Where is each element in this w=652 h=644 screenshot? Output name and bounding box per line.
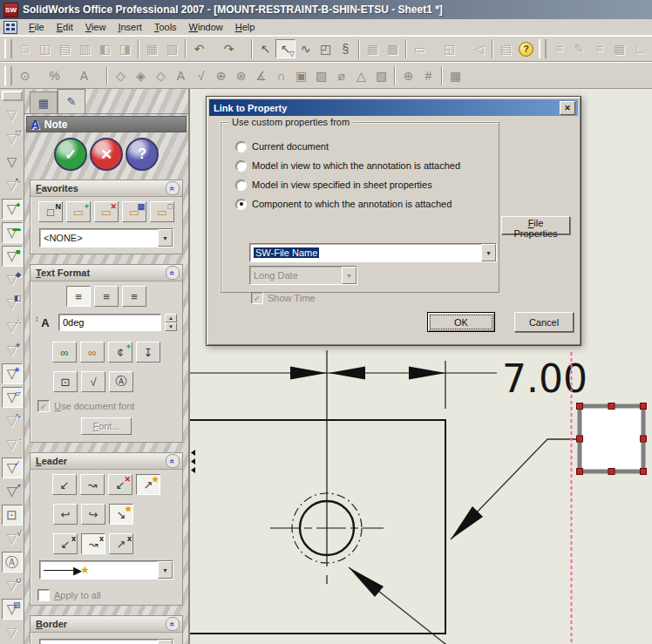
redo-icon[interactable]: ↷ — [219, 39, 239, 58]
cancel-button[interactable]: ✕ — [90, 138, 123, 171]
file-properties-button[interactable]: File Properties — [501, 216, 570, 234]
filter-balloons-icon[interactable]: ⊡ — [2, 505, 23, 525]
center-mark-icon[interactable]: ⊕ — [398, 66, 418, 85]
menu-item[interactable]: Window — [183, 20, 229, 34]
filter-planes-icon[interactable]: ▽▱ — [2, 387, 23, 408]
leader-nearest-icon[interactable]: ↘★ — [109, 504, 133, 525]
toolbar-button[interactable] — [4, 66, 12, 85]
datum-feature-icon[interactable]: ◇ — [151, 66, 171, 85]
radio-option[interactable]: Component to which the annotation is att… — [235, 194, 493, 214]
sketch-entity-icon[interactable]: ∿ — [295, 39, 316, 58]
help-button[interactable]: ? — [126, 138, 159, 171]
align-right-icon[interactable]: ≡ — [122, 286, 146, 307]
toolbar-button[interactable] — [239, 39, 248, 58]
align-left-icon[interactable]: ≡ — [66, 286, 91, 307]
angle-stepper[interactable]: ▲▼ — [165, 314, 177, 331]
filter-hatch-icon[interactable]: ▽▨ — [2, 599, 23, 620]
area-hatch-icon[interactable]: ▧ — [371, 66, 391, 85]
toolbar-button[interactable] — [138, 39, 139, 58]
toolbar-button[interactable] — [430, 39, 439, 58]
align-center-icon[interactable]: ≡ — [94, 286, 119, 307]
tab-feature-manager[interactable]: ▦ — [30, 92, 58, 113]
note-icon[interactable]: A — [171, 66, 191, 85]
cancel-button[interactable]: Cancel — [514, 312, 574, 332]
bent-leader-icon[interactable]: ↝x — [81, 533, 105, 554]
filter-vertices-icon[interactable]: ▽● — [2, 199, 23, 220]
menu-item[interactable]: Help — [229, 20, 261, 34]
dialog-titlebar[interactable]: Link to Property ✕ — [209, 99, 578, 116]
filter-notes-icon[interactable]: Ⓐ — [2, 552, 23, 573]
toolbar-button[interactable] — [459, 39, 469, 58]
straight-leader-icon[interactable]: ↙x — [53, 533, 78, 554]
collapse-chevron-icon[interactable]: « — [166, 617, 180, 631]
spell-checker-icon[interactable]: √ — [191, 66, 211, 85]
chevron-down-icon[interactable]: ▼ — [158, 229, 173, 247]
select-icon[interactable]: ↖ — [255, 39, 275, 58]
filter-edges-icon[interactable]: ▽▬ — [2, 222, 23, 243]
apply-to-all-checkbox[interactable] — [37, 589, 50, 601]
menu-item[interactable]: File — [23, 20, 51, 34]
balloon-icon[interactable]: ⊙ — [15, 66, 35, 85]
balloon-style-icon[interactable]: ⊡ — [53, 371, 78, 392]
menu-item[interactable]: Tools — [148, 20, 183, 34]
text-box-icon[interactable]: Ⓐ — [109, 371, 133, 392]
save-favorite-icon[interactable]: ▭▤ — [122, 201, 146, 222]
add-favorite-icon[interactable]: ▭+ — [66, 201, 91, 222]
close-icon[interactable]: ✕ — [560, 101, 575, 115]
underlined-leader-icon[interactable]: ↗x — [109, 533, 133, 554]
edit-sheet-format-icon[interactable]: ◰ — [316, 39, 336, 58]
balloon-item-icon[interactable]: ⊕ — [211, 66, 231, 85]
delete-favorite-icon[interactable]: ▭✕ — [94, 201, 119, 222]
caution-symbol-icon[interactable]: △ — [351, 66, 371, 85]
link-to-property-icon[interactable]: ∞ — [80, 342, 105, 363]
undo-icon[interactable]: ↶ — [189, 39, 209, 58]
toolbar-button[interactable] — [405, 39, 407, 58]
toolbar-button[interactable] — [492, 39, 493, 58]
angle-input[interactable] — [58, 314, 161, 331]
block-icon[interactable]: ▨ — [311, 66, 331, 85]
ok-button[interactable]: OK — [427, 312, 495, 332]
toolbar-button[interactable] — [35, 66, 44, 85]
tab-property-manager[interactable]: ✎ — [58, 89, 85, 113]
insert-hyperlink-icon[interactable]: ∞ — [52, 342, 77, 363]
collapse-chevron-icon[interactable]: « — [166, 266, 180, 280]
toolbar-button[interactable] — [465, 66, 475, 85]
toolbar-button[interactable] — [251, 39, 253, 58]
radio-option[interactable]: Current document — [235, 137, 493, 156]
bent-leader-left-icon[interactable]: ↩ — [53, 504, 78, 525]
toolbar-button[interactable] — [65, 66, 74, 85]
toolbar-button[interactable] — [539, 39, 547, 58]
multi-jog-leader-icon[interactable]: ↝ — [80, 474, 105, 495]
surface-finish-icon[interactable]: % — [44, 66, 65, 85]
menu-item[interactable]: View — [79, 20, 112, 34]
load-favorite-icon[interactable]: ▭□ — [150, 201, 174, 222]
datum-target-icon[interactable]: ∡ — [251, 66, 271, 85]
dimension-text[interactable]: 7.00 — [502, 356, 587, 401]
property-name-dropdown[interactable]: SW-File Name ▼ — [249, 243, 497, 262]
toolbar-button[interactable] — [441, 66, 443, 85]
favorites-dropdown[interactable]: <NONE> ▼ — [39, 228, 173, 247]
toolbar-button[interactable] — [209, 39, 219, 58]
weld-symbol-icon[interactable]: ◈ — [131, 66, 151, 85]
bent-leader-right-icon[interactable]: ↪ — [81, 504, 105, 525]
hole-callout-icon[interactable]: ⌀ — [331, 66, 351, 85]
toolbar-button[interactable] — [94, 66, 104, 85]
attach-icon[interactable]: § — [336, 39, 356, 58]
splitter-arrows-icon[interactable] — [191, 450, 195, 473]
arrow-style-dropdown[interactable]: ▶ ★ ▼ — [39, 560, 173, 580]
collapse-chevron-icon[interactable]: « — [166, 181, 180, 195]
radio-option[interactable]: Model in view specified in sheet propert… — [235, 175, 493, 194]
filter-dimensions-icon[interactable]: ▽✓ — [2, 458, 23, 478]
toolbar-button[interactable] — [106, 66, 108, 85]
radio-option[interactable]: Model in view to which the annotation is… — [235, 156, 493, 175]
lock-note-icon[interactable]: ↧ — [136, 342, 160, 363]
collapse-chevron-icon[interactable]: « — [166, 454, 180, 468]
stack-note-icon[interactable]: √ — [81, 371, 105, 392]
chevron-down-icon[interactable]: ▼ — [158, 561, 173, 579]
apply-defaults-icon[interactable]: □N — [38, 201, 63, 222]
document-icon[interactable] — [3, 21, 17, 34]
auto-balloon-icon[interactable]: ⊛ — [231, 66, 251, 85]
leader-icon[interactable]: ↙ — [52, 474, 77, 495]
filter-axes-icon[interactable]: ▽∗ — [2, 363, 23, 384]
selected-note-box[interactable] — [580, 406, 643, 471]
